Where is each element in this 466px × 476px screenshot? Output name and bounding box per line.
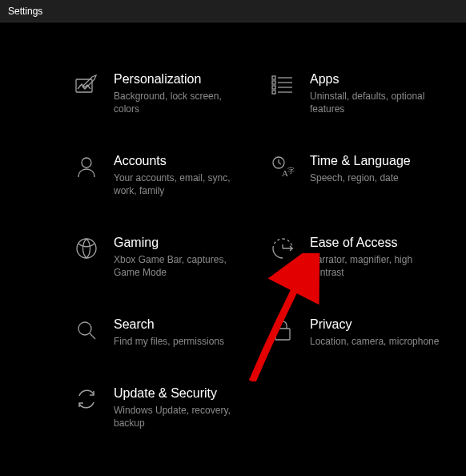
- tile-title: Accounts: [114, 152, 250, 170]
- tile-title: Ease of Access: [310, 234, 446, 252]
- window-title: Settings: [8, 6, 42, 17]
- apps-icon: [270, 72, 295, 98]
- tile-desc: Xbox Game Bar, captures, Game Mode: [114, 253, 250, 279]
- search-icon: [74, 317, 99, 343]
- tile-title: Update & Security: [114, 385, 250, 402]
- svg-text:字: 字: [287, 167, 295, 175]
- tile-ease-of-access[interactable]: Ease of Access Narrator, magnifier, high…: [270, 234, 450, 279]
- tile-personalization[interactable]: Personalization Background, lock screen,…: [74, 71, 254, 115]
- tile-desc: Find my files, permissions: [114, 335, 224, 348]
- svg-line-15: [90, 333, 95, 339]
- tile-apps[interactable]: Apps Uninstall, defaults, optional featu…: [270, 71, 450, 115]
- tile-title: Personalization: [114, 71, 250, 88]
- tile-search[interactable]: Search Find my files, permissions: [74, 316, 254, 348]
- tile-desc: Windows Update, recovery, backup: [114, 404, 250, 430]
- tile-privacy[interactable]: Privacy Location, camera, microphone: [270, 316, 450, 348]
- tile-accounts[interactable]: Accounts Your accounts, email, sync, wor…: [74, 152, 254, 197]
- tile-desc: Narrator, magnifier, high contrast: [310, 253, 446, 279]
- ease-of-access-icon: [270, 236, 295, 261]
- personalization-icon: [74, 72, 99, 98]
- tile-title: Search: [114, 316, 224, 333]
- titlebar: Settings: [0, 0, 466, 22]
- svg-rect-6: [272, 81, 275, 84]
- tile-time-language[interactable]: A 字 Time & Language Speech, region, date: [270, 152, 450, 197]
- tile-title: Time & Language: [310, 152, 411, 170]
- svg-rect-16: [275, 329, 290, 340]
- time-language-icon: A 字: [270, 154, 295, 180]
- tile-title: Gaming: [114, 234, 250, 252]
- svg-rect-0: [76, 79, 92, 92]
- svg-rect-5: [272, 76, 275, 79]
- tile-desc: Location, camera, microphone: [310, 335, 439, 348]
- accounts-icon: [74, 154, 99, 180]
- tile-update-security[interactable]: Update & Security Windows Update, recove…: [74, 385, 254, 430]
- svg-rect-8: [272, 91, 275, 94]
- svg-rect-7: [272, 86, 275, 89]
- tile-title: Privacy: [310, 316, 439, 333]
- tile-desc: Speech, region, date: [310, 171, 411, 184]
- tile-gaming[interactable]: Gaming Xbox Game Bar, captures, Game Mod…: [74, 234, 254, 279]
- tile-title: Apps: [310, 71, 446, 88]
- svg-point-14: [78, 322, 91, 335]
- settings-grid: Personalization Background, lock screen,…: [0, 22, 466, 430]
- update-security-icon: [74, 386, 99, 412]
- gaming-icon: [74, 236, 99, 261]
- svg-point-13: [77, 239, 96, 258]
- tile-desc: Your accounts, email, sync, work, family: [114, 171, 250, 197]
- svg-point-9: [82, 158, 91, 167]
- tile-desc: Uninstall, defaults, optional features: [310, 90, 446, 115]
- privacy-icon: [270, 317, 295, 343]
- tile-desc: Background, lock screen, colors: [114, 90, 250, 115]
